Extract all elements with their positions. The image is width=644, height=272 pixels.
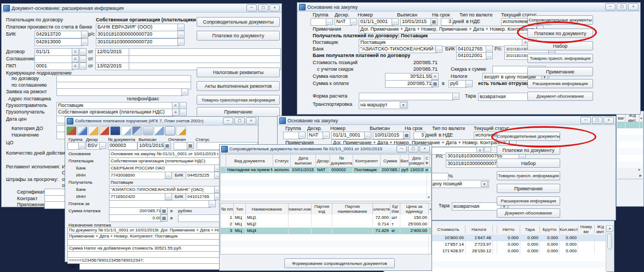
- extended-info-button[interactable]: Расширенная информация: [527, 79, 593, 88]
- minimize-icon[interactable]: ─: [580, 117, 591, 124]
- scroll-up-icon[interactable]: ▲: [429, 203, 432, 214]
- print-icon[interactable]: [143, 126, 153, 135]
- list-icon[interactable]: ≡: [72, 48, 79, 55]
- lookup-dots-icon[interactable]: …: [181, 88, 188, 95]
- transport-info-button[interactable]: Товарно-транспортная информация: [197, 95, 280, 105]
- list-icon[interactable]: ≡: [172, 109, 179, 116]
- date-field[interactable]: 10/01/2015: [137, 142, 166, 150]
- lookup-dots-icon[interactable]: …: [165, 193, 172, 200]
- soglashenie-date-field[interactable]: [95, 55, 129, 63]
- lookup-dots-icon[interactable]: …: [435, 46, 442, 53]
- tax-details-button[interactable]: Налоговые реквизиты: [197, 67, 280, 77]
- calendar-icon[interactable]: ▦: [164, 142, 171, 149]
- lookup-dots-icon[interactable]: …: [81, 31, 88, 38]
- extended-info-button[interactable]: Расширенная информация: [497, 196, 560, 206]
- document-row[interactable]: [221, 180, 431, 186]
- maximize-icon[interactable]: ▢: [234, 117, 245, 124]
- sum2-field[interactable]: 0.00: [109, 214, 163, 222]
- lookup-dots-icon[interactable]: …: [180, 109, 187, 116]
- gruzopoluchatel-field[interactable]: Собственная организация (плательщики НДС…: [56, 109, 174, 116]
- bik2-field[interactable]: 041012765: [186, 193, 216, 201]
- soglashenie-name-field[interactable]: [129, 55, 281, 63]
- item-row[interactable]: [221, 234, 431, 241]
- note-button[interactable]: Примечание: [527, 67, 593, 76]
- pkp-field[interactable]: 0001: [34, 63, 74, 70]
- maximize-icon[interactable]: ▢: [617, 3, 627, 10]
- list-icon[interactable]: ≡: [432, 73, 439, 80]
- note-button[interactable]: Примечание: [497, 184, 560, 193]
- bik2-field[interactable]: 041012001: [456, 52, 488, 60]
- minimize-icon[interactable]: ─: [246, 4, 257, 12]
- maximize-icon[interactable]: ▢: [258, 4, 268, 12]
- info-icon[interactable]: [176, 126, 186, 135]
- item-row-selected[interactable]: 3 МЦ МЦ4 71.429 кг 2'400.00: [221, 228, 431, 234]
- set-button[interactable]: Набор: [497, 158, 560, 168]
- close-icon[interactable]: ×: [603, 117, 614, 124]
- repair-acts-button[interactable]: Акты выполненных ремонтов: [197, 81, 280, 91]
- inn1-field[interactable]: 7743008690: [109, 172, 167, 179]
- table-row[interactable]: [617, 141, 643, 148]
- lookup-dots-icon[interactable]: …: [79, 55, 87, 63]
- edit-document-icon[interactable]: [88, 126, 99, 135]
- lookup-dots-icon[interactable]: …: [326, 18, 333, 25]
- tax-field[interactable]: 30'521.55: [385, 73, 433, 81]
- document-row[interactable]: [221, 193, 431, 200]
- rs1-field[interactable]: 30101810300000000720: [96, 31, 179, 38]
- scroll-right-icon[interactable]: ▶: [617, 173, 643, 179]
- dogovor-date-field[interactable]: 12/01/2015: [95, 48, 129, 56]
- minimize-icon[interactable]: ─: [396, 145, 407, 152]
- date-field[interactable]: 10/01/2015: [373, 132, 405, 139]
- lookup-dots-icon[interactable]: …: [79, 48, 87, 55]
- calendar-icon[interactable]: ▦: [187, 142, 194, 149]
- currency-field[interactable]: руб: [449, 80, 467, 88]
- close-icon[interactable]: ×: [246, 117, 256, 124]
- payments-by-document-button[interactable]: Платежи по документу: [197, 31, 280, 41]
- lookup-dots-icon[interactable]: …: [78, 142, 85, 149]
- minimize-icon[interactable]: ─: [605, 3, 616, 10]
- lookup-dots-icon[interactable]: …: [323, 132, 330, 139]
- document-basis-button[interactable]: Документ-обоснование: [527, 92, 593, 101]
- soglashenie-field[interactable]: [34, 55, 74, 63]
- item-row[interactable]: 2 МЦ МЦ2 0.714 т 25'000.00: [221, 221, 431, 228]
- inn2-field[interactable]: 7716502420: [109, 193, 167, 201]
- bank1-field[interactable]: СБЕРБАНК РОССИИ ОАО: [109, 165, 216, 172]
- item-row[interactable]: [221, 241, 431, 247]
- rs2-field[interactable]: 30101810300000000720: [96, 38, 179, 46]
- transport-info-button[interactable]: Товарно-трансп. информация: [497, 171, 560, 180]
- close-icon[interactable]: ×: [269, 4, 280, 12]
- vertical-scrollbar[interactable]: ▲: [606, 225, 613, 271]
- accompanying-documents-button[interactable]: Сопроводительные документы: [527, 15, 593, 25]
- notes-field[interactable]: Дог. Примечание + Дата + Номер, Примечан…: [359, 26, 538, 33]
- titlebar[interactable]: Сопроводительные документы по основанию …: [220, 145, 432, 154]
- lookup-dots-icon[interactable]: …: [165, 172, 172, 179]
- number-field[interactable]: 01/1/1_0001: [359, 18, 394, 26]
- transport-dropdown[interactable]: на маршрут: [359, 101, 408, 109]
- scroll-down-icon[interactable]: ▼: [617, 168, 643, 173]
- pkp-date-field[interactable]: 13/02/2015: [95, 63, 129, 70]
- item-row[interactable]: [221, 247, 431, 254]
- lookup-dots-icon[interactable]: …: [486, 52, 493, 59]
- scroll-up-icon[interactable]: ▲: [640, 114, 643, 122]
- dogovor-field[interactable]: 01/1/1: [34, 48, 74, 56]
- lookup-dots-icon[interactable]: …: [298, 132, 306, 139]
- accompanying-documents-button[interactable]: Сопроводительные документы: [197, 17, 280, 27]
- lookup-dots-icon[interactable]: …: [452, 93, 459, 100]
- list-icon[interactable]: ≡: [72, 55, 79, 63]
- lookup-dots-icon[interactable]: …: [81, 38, 88, 46]
- bik1-field[interactable]: 042913720: [34, 31, 83, 38]
- date-field[interactable]: 10/01/2015: [400, 18, 432, 26]
- titlebar[interactable]: Основание на закупку ─ ▢ ×: [297, 3, 640, 12]
- bik1-field[interactable]: 044525225: [186, 172, 216, 179]
- lookup-dots-icon[interactable]: …: [177, 38, 185, 46]
- calendar-icon[interactable]: ▦: [403, 132, 410, 139]
- bik2-field[interactable]: 042913000: [34, 38, 83, 46]
- pages-icon[interactable]: [154, 126, 164, 135]
- copy-document-icon[interactable]: [121, 126, 131, 135]
- number-field[interactable]: 01/1/1_0001: [331, 132, 366, 139]
- zayavka-field[interactable]: [56, 88, 183, 96]
- maximize-icon[interactable]: ▢: [592, 117, 602, 124]
- close-icon[interactable]: ×: [419, 145, 430, 152]
- number-field[interactable]: 000003: [108, 142, 137, 150]
- dogovor-name-field[interactable]: [129, 48, 281, 56]
- save-all-icon[interactable]: [132, 126, 142, 135]
